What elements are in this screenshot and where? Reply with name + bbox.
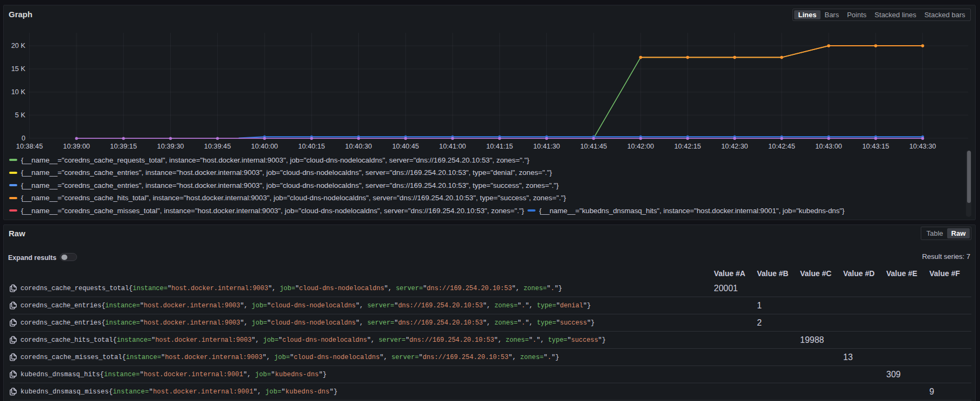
svg-text:10:40:15: 10:40:15 (298, 142, 325, 150)
svg-text:10 K: 10 K (11, 88, 26, 96)
svg-text:10:42:45: 10:42:45 (768, 142, 795, 150)
svg-text:10:42:30: 10:42:30 (721, 142, 748, 150)
svg-text:10:38:45: 10:38:45 (16, 142, 43, 150)
svg-text:10:42:00: 10:42:00 (627, 142, 654, 150)
svg-text:15 K: 15 K (11, 65, 26, 73)
svg-text:10:42:15: 10:42:15 (674, 142, 701, 150)
svg-text:10:41:15: 10:41:15 (486, 142, 513, 150)
svg-text:10:39:30: 10:39:30 (157, 142, 184, 150)
svg-text:10:39:15: 10:39:15 (110, 142, 137, 150)
svg-text:10:39:00: 10:39:00 (63, 142, 90, 150)
svg-text:10:41:45: 10:41:45 (580, 142, 607, 150)
svg-text:10:40:30: 10:40:30 (345, 142, 372, 150)
svg-text:10:40:00: 10:40:00 (251, 142, 278, 150)
svg-text:10:41:00: 10:41:00 (439, 142, 466, 150)
svg-text:20 K: 20 K (11, 41, 26, 50)
svg-text:0: 0 (22, 134, 25, 142)
svg-text:5 K: 5 K (15, 111, 26, 119)
svg-text:10:41:30: 10:41:30 (533, 142, 560, 150)
svg-text:10:40:45: 10:40:45 (392, 142, 419, 150)
svg-text:10:43:00: 10:43:00 (815, 142, 842, 150)
svg-text:10:39:45: 10:39:45 (204, 142, 231, 150)
svg-text:10:43:30: 10:43:30 (909, 142, 936, 150)
svg-text:10:43:15: 10:43:15 (862, 142, 889, 150)
